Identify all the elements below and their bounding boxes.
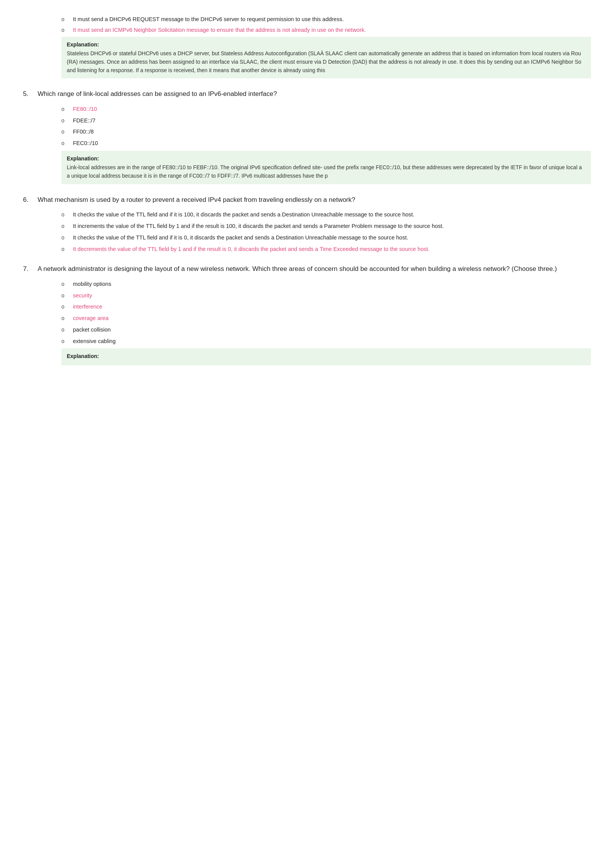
option-text-6-3: It decrements the value of the TTL field…	[73, 245, 591, 254]
option-6-0: oIt checks the value of the TTL field an…	[61, 211, 591, 219]
question-num-6: 6.	[23, 195, 34, 205]
question-6: 6.What mechanism is used by a router to …	[23, 195, 591, 205]
option-5-2: oFF00::/8	[61, 128, 591, 136]
question-7: 7.A network administrator is designing t…	[23, 264, 591, 274]
explanation-text-5: Link-local addresses are in the range of…	[67, 163, 586, 180]
option-bullet-6-0: o	[61, 211, 68, 219]
question-section-7: 7.A network administrator is designing t…	[23, 264, 591, 365]
options-6: oIt checks the value of the TTL field an…	[61, 211, 591, 253]
option-text-7-1: security	[73, 292, 591, 300]
explanation-label-5: Explanation:	[67, 155, 586, 163]
option-text-6-1: It increments the value of the TTL field…	[73, 222, 591, 231]
option-text-7-4: packet collision	[73, 326, 591, 334]
options-7: omobility optionsosecurityointerferenceo…	[61, 280, 591, 346]
option-text-7-5: extensive cabling	[73, 337, 591, 346]
option-bullet-7-3: o	[61, 314, 68, 322]
question-text-5: Which range of link-local addresses can …	[38, 89, 277, 99]
option-text-5-0: FE80::/10	[73, 105, 591, 114]
option-7-1: osecurity	[61, 292, 591, 300]
option-7-0: omobility options	[61, 280, 591, 289]
option-text-5-3: FEC0::/10	[73, 139, 591, 148]
question-text-7: A network administrator is designing the…	[38, 264, 557, 274]
option-bullet-7-2: o	[61, 303, 68, 311]
option-bullet-6-3: o	[61, 245, 68, 253]
option-6-1: oIt increments the value of the TTL fiel…	[61, 222, 591, 231]
options-5: oFE80::/10oFDEE::/7oFF00::/8oFEC0::/10	[61, 105, 591, 148]
option-text-5-2: FF00::/8	[73, 128, 591, 136]
option-6-3: oIt decrements the value of the TTL fiel…	[61, 245, 591, 254]
option-7-5: oextensive cabling	[61, 337, 591, 346]
question-num-7: 7.	[23, 264, 34, 274]
option-bullet-6-2: o	[61, 234, 68, 242]
option-6-2: oIt checks the value of the TTL field an…	[61, 234, 591, 242]
option-bullet-5-1: o	[61, 117, 68, 125]
option-7-2: ointerference	[61, 303, 591, 311]
option-bullet-7-5: o	[61, 337, 68, 345]
top-bullets-list: o It must send a DHCPv6 REQUEST message …	[61, 15, 591, 35]
option-bullet-5-0: o	[61, 105, 68, 113]
option-bullet-6-1: o	[61, 222, 68, 230]
option-text-6-2: It checks the value of the TTL field and…	[73, 234, 591, 242]
option-7-3: ocoverage area	[61, 314, 591, 323]
question-text-6: What mechanism is used by a router to pr…	[38, 195, 355, 205]
bullet-symbol-2: o	[61, 26, 68, 34]
top-option-text-2-correct: It must send an ICMPv6 Neighbor Solicita…	[73, 26, 591, 35]
top-explanation-text: Stateless DHCPv6 or stateful DHCPv6 uses…	[67, 50, 586, 74]
option-text-7-3: coverage area	[73, 314, 591, 323]
explanation-box-5: Explanation:Link-local addresses are in …	[61, 151, 591, 184]
top-option-text-1: It must send a DHCPv6 REQUEST message to…	[73, 15, 591, 24]
option-5-0: oFE80::/10	[61, 105, 591, 114]
option-text-7-0: mobility options	[73, 280, 591, 289]
option-5-1: oFDEE::/7	[61, 117, 591, 125]
option-5-3: oFEC0::/10	[61, 139, 591, 148]
option-bullet-7-0: o	[61, 280, 68, 288]
option-bullet-7-1: o	[61, 292, 68, 300]
question-5: 5.Which range of link-local addresses ca…	[23, 89, 591, 99]
questions-container: 5.Which range of link-local addresses ca…	[23, 89, 591, 365]
option-text-6-0: It checks the value of the TTL field and…	[73, 211, 591, 219]
top-explanation-label: Explanation:	[67, 41, 586, 49]
option-bullet-7-4: o	[61, 326, 68, 334]
question-section-6: 6.What mechanism is used by a router to …	[23, 195, 591, 254]
question-num-5: 5.	[23, 89, 34, 99]
top-bullet-1: o It must send a DHCPv6 REQUEST message …	[61, 15, 591, 24]
explanation-label-7: Explanation:	[67, 352, 586, 361]
option-7-4: opacket collision	[61, 326, 591, 334]
explanation-box-7: Explanation:	[61, 348, 591, 365]
top-bullet-2: o It must send an ICMPv6 Neighbor Solici…	[61, 26, 591, 35]
bullet-symbol: o	[61, 15, 68, 23]
top-section: o It must send a DHCPv6 REQUEST message …	[23, 15, 591, 78]
option-bullet-5-3: o	[61, 139, 68, 147]
option-text-7-2: interference	[73, 303, 591, 311]
question-section-5: 5.Which range of link-local addresses ca…	[23, 89, 591, 184]
option-text-5-1: FDEE::/7	[73, 117, 591, 125]
top-explanation-box: Explanation: Stateless DHCPv6 or statefu…	[61, 37, 591, 79]
option-bullet-5-2: o	[61, 128, 68, 136]
